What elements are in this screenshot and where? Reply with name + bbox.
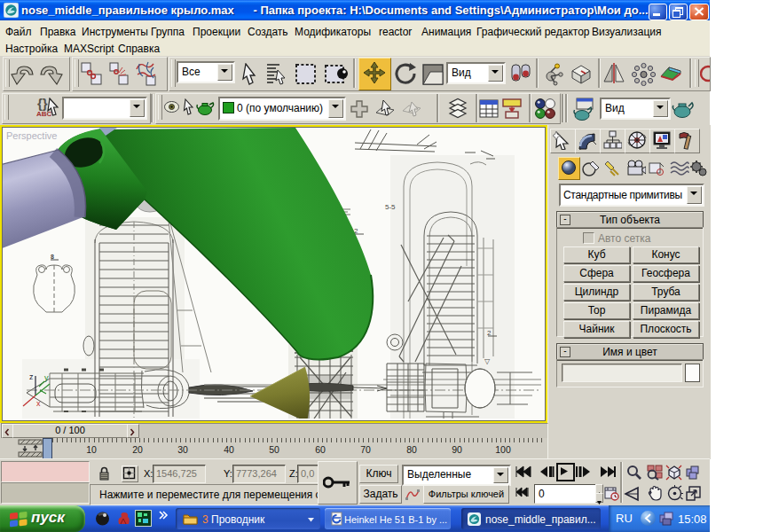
svg-text:y: y (44, 373, 49, 382)
svg-text:x: x (36, 399, 41, 408)
svg-text:▽: ▽ (484, 357, 491, 365)
svg-text:5-5: 5-5 (385, 203, 396, 211)
svg-text:8: 8 (51, 254, 54, 260)
svg-text:z: z (29, 372, 34, 381)
